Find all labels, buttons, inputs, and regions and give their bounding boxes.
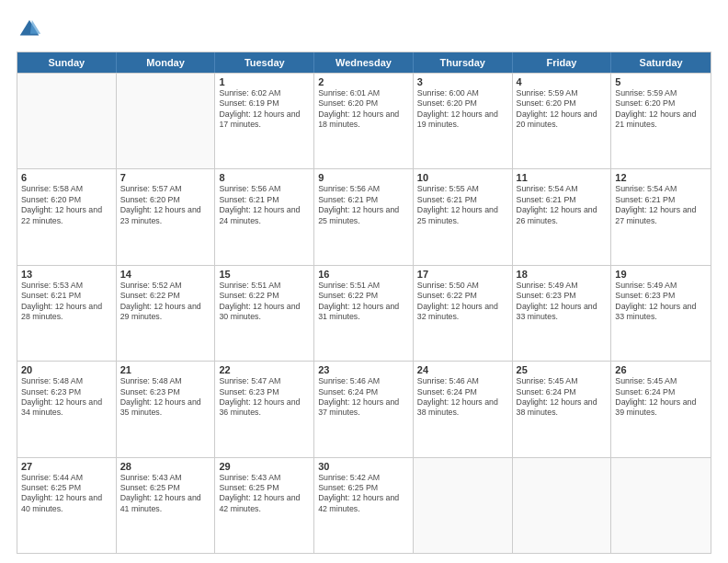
cell-info: Sunrise: 5:48 AM Sunset: 6:23 PM Dayligh… [120, 376, 211, 419]
cell-info: Sunrise: 5:48 AM Sunset: 6:23 PM Dayligh… [21, 376, 112, 419]
cal-cell-1-2 [117, 74, 216, 168]
header-day-wednesday: Wednesday [314, 52, 414, 73]
cal-cell-1-3: 1Sunrise: 6:02 AM Sunset: 6:19 PM Daylig… [215, 74, 314, 168]
cal-cell-5-5 [414, 458, 513, 553]
cell-info: Sunrise: 5:45 AM Sunset: 6:24 PM Dayligh… [615, 376, 707, 419]
cell-info: Sunrise: 5:54 AM Sunset: 6:21 PM Dayligh… [517, 184, 608, 226]
cell-day: 8 [219, 172, 310, 183]
cal-cell-5-7 [611, 458, 711, 553]
cell-day: 19 [615, 269, 707, 280]
cal-cell-4-3: 22Sunrise: 5:47 AM Sunset: 6:23 PM Dayli… [215, 362, 314, 456]
header-day-saturday: Saturday [611, 52, 711, 73]
cal-cell-1-6: 4Sunrise: 5:59 AM Sunset: 6:20 PM Daylig… [513, 74, 612, 168]
cal-cell-5-2: 28Sunrise: 5:43 AM Sunset: 6:25 PM Dayli… [117, 458, 216, 553]
calendar-header: SundayMondayTuesdayWednesdayThursdayFrid… [17, 52, 711, 73]
cal-cell-2-6: 11Sunrise: 5:54 AM Sunset: 6:21 PM Dayli… [513, 169, 612, 264]
cell-day: 25 [517, 364, 608, 375]
cell-info: Sunrise: 5:50 AM Sunset: 6:22 PM Dayligh… [417, 281, 508, 323]
cell-info: Sunrise: 5:55 AM Sunset: 6:21 PM Dayligh… [417, 184, 508, 226]
cell-day: 10 [417, 172, 508, 183]
cell-day: 29 [219, 461, 310, 472]
page: SundayMondayTuesdayWednesdayThursdayFrid… [0, 0, 728, 563]
cell-day: 7 [120, 172, 211, 183]
cell-info: Sunrise: 5:49 AM Sunset: 6:23 PM Dayligh… [615, 281, 707, 323]
svg-marker-1 [30, 20, 40, 34]
cell-day: 18 [517, 269, 608, 280]
cal-cell-3-1: 13Sunrise: 5:53 AM Sunset: 6:21 PM Dayli… [17, 266, 117, 361]
calendar: SundayMondayTuesdayWednesdayThursdayFrid… [17, 52, 711, 554]
cal-cell-3-5: 17Sunrise: 5:50 AM Sunset: 6:22 PM Dayli… [414, 266, 513, 361]
cell-info: Sunrise: 5:42 AM Sunset: 6:25 PM Dayligh… [318, 473, 409, 515]
cal-cell-2-3: 8Sunrise: 5:56 AM Sunset: 6:21 PM Daylig… [215, 169, 314, 264]
cell-day: 6 [21, 172, 112, 183]
cal-cell-5-1: 27Sunrise: 5:44 AM Sunset: 6:25 PM Dayli… [17, 458, 117, 553]
cal-cell-1-5: 3Sunrise: 6:00 AM Sunset: 6:20 PM Daylig… [414, 74, 513, 168]
cell-info: Sunrise: 5:43 AM Sunset: 6:25 PM Dayligh… [120, 473, 211, 515]
header [17, 17, 711, 42]
cal-cell-5-6 [513, 458, 612, 553]
cell-info: Sunrise: 5:43 AM Sunset: 6:25 PM Dayligh… [219, 473, 310, 515]
cal-cell-2-1: 6Sunrise: 5:58 AM Sunset: 6:20 PM Daylig… [17, 169, 117, 264]
cell-info: Sunrise: 5:51 AM Sunset: 6:22 PM Dayligh… [318, 281, 409, 323]
cell-day: 30 [318, 461, 409, 472]
cell-day: 5 [615, 76, 707, 87]
cell-day: 17 [417, 269, 508, 280]
header-day-thursday: Thursday [414, 52, 513, 73]
cal-cell-3-3: 15Sunrise: 5:51 AM Sunset: 6:22 PM Dayli… [215, 266, 314, 361]
header-day-monday: Monday [117, 52, 216, 73]
cell-day: 22 [219, 364, 310, 375]
cell-info: Sunrise: 5:47 AM Sunset: 6:23 PM Dayligh… [219, 376, 310, 419]
cell-day: 15 [219, 269, 310, 280]
cell-day: 2 [318, 76, 409, 87]
cal-cell-4-2: 21Sunrise: 5:48 AM Sunset: 6:23 PM Dayli… [117, 362, 216, 456]
cell-day: 12 [615, 172, 707, 183]
cal-cell-1-7: 5Sunrise: 5:59 AM Sunset: 6:20 PM Daylig… [611, 74, 711, 168]
header-day-friday: Friday [513, 52, 612, 73]
cal-cell-1-1 [17, 74, 117, 168]
cell-info: Sunrise: 5:45 AM Sunset: 6:24 PM Dayligh… [517, 376, 608, 419]
cell-info: Sunrise: 5:53 AM Sunset: 6:21 PM Dayligh… [21, 281, 112, 323]
logo [17, 17, 46, 42]
cell-info: Sunrise: 5:49 AM Sunset: 6:23 PM Dayligh… [517, 281, 608, 323]
cell-day: 3 [417, 76, 508, 87]
cal-cell-2-2: 7Sunrise: 5:57 AM Sunset: 6:20 PM Daylig… [117, 169, 216, 264]
cal-cell-3-4: 16Sunrise: 5:51 AM Sunset: 6:22 PM Dayli… [314, 266, 414, 361]
cal-cell-5-4: 30Sunrise: 5:42 AM Sunset: 6:25 PM Dayli… [314, 458, 414, 553]
cell-info: Sunrise: 6:02 AM Sunset: 6:19 PM Dayligh… [219, 88, 310, 131]
cell-info: Sunrise: 5:51 AM Sunset: 6:22 PM Dayligh… [219, 281, 310, 323]
cell-info: Sunrise: 6:01 AM Sunset: 6:20 PM Dayligh… [318, 88, 409, 131]
cal-cell-5-3: 29Sunrise: 5:43 AM Sunset: 6:25 PM Dayli… [215, 458, 314, 553]
cal-row-1: 1Sunrise: 6:02 AM Sunset: 6:19 PM Daylig… [17, 73, 711, 168]
cal-cell-1-4: 2Sunrise: 6:01 AM Sunset: 6:20 PM Daylig… [314, 74, 414, 168]
cell-info: Sunrise: 5:44 AM Sunset: 6:25 PM Dayligh… [21, 473, 112, 515]
cell-day: 1 [219, 76, 310, 87]
cell-day: 9 [318, 172, 409, 183]
cal-cell-3-6: 18Sunrise: 5:49 AM Sunset: 6:23 PM Dayli… [513, 266, 612, 361]
cell-info: Sunrise: 5:59 AM Sunset: 6:20 PM Dayligh… [615, 88, 707, 131]
cal-cell-4-4: 23Sunrise: 5:46 AM Sunset: 6:24 PM Dayli… [314, 362, 414, 456]
header-day-tuesday: Tuesday [215, 52, 314, 73]
cell-info: Sunrise: 5:56 AM Sunset: 6:21 PM Dayligh… [219, 184, 310, 226]
cell-day: 11 [517, 172, 608, 183]
cal-cell-4-1: 20Sunrise: 5:48 AM Sunset: 6:23 PM Dayli… [17, 362, 117, 456]
cal-cell-2-7: 12Sunrise: 5:54 AM Sunset: 6:21 PM Dayli… [611, 169, 711, 264]
cell-info: Sunrise: 5:57 AM Sunset: 6:20 PM Dayligh… [120, 184, 211, 226]
cell-day: 27 [21, 461, 112, 472]
cell-day: 26 [615, 364, 707, 375]
cell-day: 13 [21, 269, 112, 280]
cal-row-4: 20Sunrise: 5:48 AM Sunset: 6:23 PM Dayli… [17, 361, 711, 456]
cal-row-3: 13Sunrise: 5:53 AM Sunset: 6:21 PM Dayli… [17, 265, 711, 361]
cell-day: 16 [318, 269, 409, 280]
cell-day: 28 [120, 461, 211, 472]
cell-info: Sunrise: 5:52 AM Sunset: 6:22 PM Dayligh… [120, 281, 211, 323]
calendar-body: 1Sunrise: 6:02 AM Sunset: 6:19 PM Daylig… [17, 73, 711, 553]
cell-day: 21 [120, 364, 211, 375]
cal-row-5: 27Sunrise: 5:44 AM Sunset: 6:25 PM Dayli… [17, 457, 711, 553]
cal-cell-3-2: 14Sunrise: 5:52 AM Sunset: 6:22 PM Dayli… [117, 266, 216, 361]
cell-info: Sunrise: 5:58 AM Sunset: 6:20 PM Dayligh… [21, 184, 112, 226]
cell-day: 24 [417, 364, 508, 375]
cal-cell-2-5: 10Sunrise: 5:55 AM Sunset: 6:21 PM Dayli… [414, 169, 513, 264]
cal-cell-4-6: 25Sunrise: 5:45 AM Sunset: 6:24 PM Dayli… [513, 362, 612, 456]
logo-icon [17, 17, 42, 42]
cal-cell-4-7: 26Sunrise: 5:45 AM Sunset: 6:24 PM Dayli… [611, 362, 711, 456]
